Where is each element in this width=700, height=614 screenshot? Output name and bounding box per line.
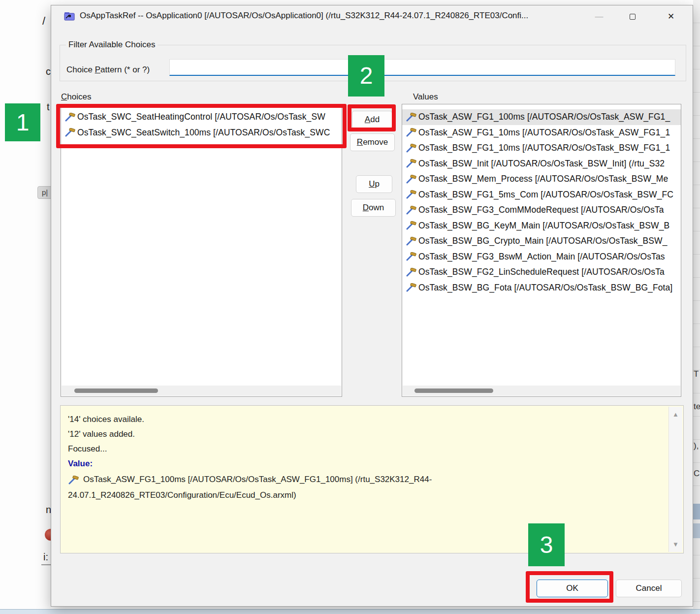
- scrollbar-thumb[interactable]: [414, 388, 493, 393]
- annotation-highlight-ok-button: [526, 571, 613, 603]
- values-list-item[interactable]: OsTask_BSW_BG_KeyM_Main [/AUTOSAR/Os/OsT…: [402, 218, 681, 234]
- info-value-text: OsTask_ASW_FG1_100ms [/AUTOSAR/Os/OsTask…: [83, 475, 432, 485]
- list-item-label: OsTask_BSW_FG3_BswM_Action_Main [/AUTOSA…: [418, 252, 665, 262]
- background-text-fragment: te: [694, 402, 700, 412]
- background-selection-fragment: [693, 523, 700, 538]
- list-item-label: OsTask_BSW_FG2_LinScheduleRequest [/AUTO…: [418, 267, 665, 277]
- background-window-left: / c t p| n i:: [0, 0, 51, 614]
- background-text-fragment: T: [694, 369, 699, 379]
- task-hammer-icon: [406, 175, 416, 184]
- info-value-entry: OsTask_ASW_FG1_100ms [/AUTOSAR/Os/OsTask…: [68, 475, 432, 485]
- values-list-item[interactable]: OsTask_BSW_FG1_5ms_Com [/AUTOSAR/Os/OsTa…: [402, 187, 681, 203]
- info-panel: '14' choices availale. '12' values added…: [60, 405, 684, 553]
- info-line: '12' values added.: [68, 429, 135, 439]
- list-item-label: OsTask_BSW_BG_Fota [/AUTOSAR/Os/OsTask_B…: [418, 283, 672, 293]
- list-item-label: OsTask_BSW_BG_Crypto_Main [/AUTOSAR/Os/O…: [418, 236, 668, 246]
- minimize-icon: —: [595, 12, 604, 21]
- info-value-text: 24.07.1_R240826_RTE03/Configuration/Ecu/…: [68, 490, 296, 500]
- down-button[interactable]: Down: [351, 199, 396, 217]
- task-hammer-icon: [406, 221, 416, 230]
- info-line: '14' choices availale.: [68, 415, 144, 424]
- values-list-item[interactable]: OsTask_BSW_BG_Crypto_Main [/AUTOSAR/Os/O…: [402, 233, 681, 249]
- values-list-item[interactable]: OsTask_BSW_Mem_Process [/AUTOSAR/Os/OsTa…: [402, 171, 681, 187]
- scrollbar-thumb[interactable]: [74, 388, 158, 393]
- background-button-fragment: p|: [37, 186, 51, 199]
- list-item-label: OsTask_BSW_FG1_10ms [/AUTOSAR/Os/OsTask_…: [418, 143, 670, 153]
- choices-horizontal-scrollbar[interactable]: [62, 386, 341, 396]
- list-item-label: OsTask_ASW_FG1_100ms [/AUTOSAR/Os/OsTask…: [418, 112, 670, 122]
- list-item-label: OsTask_ASW_FG1_10ms [/AUTOSAR/Os/OsTask_…: [418, 128, 670, 138]
- values-list-item[interactable]: OsTask_BSW_FG2_LinScheduleRequest [/AUTO…: [402, 264, 681, 280]
- maximize-button[interactable]: [621, 8, 644, 25]
- info-value-label: Value:: [68, 459, 93, 469]
- annotation-step-1-badge: 1: [5, 103, 40, 141]
- list-item-label: OsTask_BSW_Mem_Process [/AUTOSAR/Os/OsTa…: [418, 174, 668, 184]
- task-hammer-icon: [406, 268, 416, 277]
- values-list-item[interactable]: OsTask_ASW_FG1_10ms [/AUTOSAR/Os/OsTask_…: [402, 125, 681, 141]
- list-item-label: OsTask_BSW_FG1_5ms_Com [/AUTOSAR/Os/OsTa…: [418, 190, 673, 200]
- dialog-title: OsAppTaskRef -- OsApplication0 [/AUTOSAR…: [80, 11, 528, 21]
- remove-button[interactable]: Remove: [350, 133, 395, 151]
- task-hammer-icon: [406, 128, 416, 137]
- scroll-up-icon[interactable]: ▲: [669, 411, 682, 418]
- values-list-item[interactable]: OsTask_BSW_Init [/AUTOSAR/Os/OsTask_BSW_…: [402, 156, 681, 172]
- choice-pattern-label: Choice Pattern (* or ?): [66, 65, 150, 75]
- background-text-fragment: /: [42, 15, 45, 28]
- list-item-label: OsTask_BSW_Init [/AUTOSAR/Os/OsTask_BSW_…: [418, 159, 665, 169]
- minimize-button[interactable]: —: [588, 8, 610, 25]
- values-list-item[interactable]: OsTask_BSW_FG3_BswM_Action_Main [/AUTOSA…: [402, 249, 681, 265]
- values-list-item[interactable]: OsTask_BSW_BG_Fota [/AUTOSAR/Os/OsTask_B…: [402, 280, 681, 296]
- values-list-item-selected[interactable]: OsTask_ASW_FG1_100ms [/AUTOSAR/Os/OsTask…: [402, 109, 681, 125]
- close-button[interactable]: ✕: [660, 8, 682, 25]
- background-text-fragment: i:: [43, 551, 48, 563]
- info-line: Focused...: [68, 444, 107, 454]
- task-hammer-icon: [406, 144, 416, 153]
- filter-group-label: Filter Available Choices: [66, 40, 158, 50]
- task-hammer-icon: [406, 113, 416, 122]
- background-text-fragment: t: [47, 101, 50, 113]
- list-item-label: OsTask_BSW_FG3_ComMModeRequest [/AUTOSAR…: [418, 205, 664, 215]
- values-list[interactable]: OsTask_ASW_FG1_100ms [/AUTOSAR/Os/OsTask…: [402, 104, 681, 397]
- task-hammer-icon: [406, 283, 416, 292]
- close-icon: ✕: [668, 12, 674, 21]
- background-divider: [41, 564, 51, 565]
- dialog-titlebar[interactable]: OsAppTaskRef -- OsApplication0 [/AUTOSAR…: [51, 5, 693, 28]
- background-text-fragment: C: [694, 469, 700, 479]
- info-vertical-scrollbar[interactable]: ▲ ▼: [668, 407, 682, 552]
- choices-label: Choices: [61, 92, 91, 102]
- values-horizontal-scrollbar[interactable]: [403, 386, 680, 396]
- scroll-down-icon[interactable]: ▼: [669, 541, 682, 548]
- annotation-step-3-badge: 3: [528, 523, 565, 566]
- list-item-label: OsTask_BSW_BG_KeyM_Main [/AUTOSAR/Os/OsT…: [418, 221, 669, 231]
- reference-folder-icon: [64, 11, 75, 21]
- annotation-highlight-choices: [56, 104, 347, 148]
- values-label: Values: [413, 92, 438, 102]
- annotation-highlight-add-button: [348, 104, 396, 131]
- task-hammer-icon: [406, 237, 416, 246]
- background-text-fragment: c: [46, 66, 51, 77]
- background-window-bottom-edge: [0, 609, 700, 614]
- maximize-icon: [630, 14, 636, 20]
- background-text-fragment: ),: [694, 441, 699, 451]
- task-hammer-icon: [406, 206, 416, 215]
- choice-pattern-input[interactable]: [169, 59, 675, 76]
- background-selection-fragment: [693, 504, 700, 519]
- background-window-right: [693, 0, 700, 614]
- up-button[interactable]: Up: [356, 175, 392, 193]
- annotation-step-2-badge: 2: [348, 55, 384, 97]
- values-list-item[interactable]: OsTask_BSW_FG1_10ms [/AUTOSAR/Os/OsTask_…: [402, 140, 681, 156]
- task-hammer-icon: [68, 476, 79, 485]
- task-hammer-icon: [406, 252, 416, 261]
- values-list-item[interactable]: OsTask_BSW_FG3_ComMModeRequest [/AUTOSAR…: [402, 202, 681, 218]
- cancel-button[interactable]: Cancel: [616, 580, 682, 597]
- task-hammer-icon: [406, 159, 416, 168]
- task-hammer-icon: [406, 190, 416, 199]
